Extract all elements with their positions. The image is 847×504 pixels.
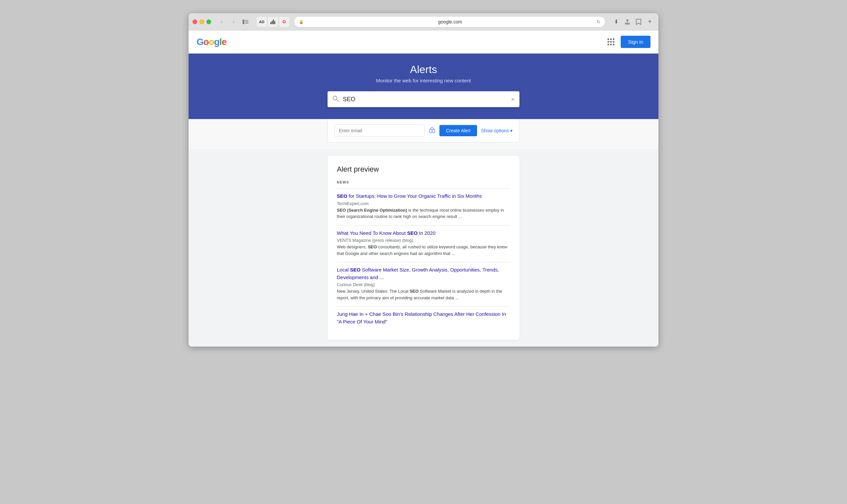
lastpass-extension-icon[interactable]: G xyxy=(279,17,289,27)
news-headline-2[interactable]: What You Need To Know About SEO In 2020 xyxy=(337,230,436,236)
url-text: google.com xyxy=(306,19,594,24)
lock-icon: 🔒 xyxy=(299,19,304,24)
google-topbar: Google xyxy=(189,31,658,54)
apps-grid-icon xyxy=(607,38,614,45)
browser-actions: ⬇ + xyxy=(612,17,654,26)
news-section-label: NEWS xyxy=(337,180,510,184)
divider-3 xyxy=(337,306,510,307)
alerts-subtitle: Monitor the web for interesting new cont… xyxy=(189,78,658,83)
create-alert-button[interactable]: Create Alert xyxy=(439,125,477,136)
alerts-title: Alerts xyxy=(189,64,658,76)
browser-window: ‹ › AD xyxy=(189,13,658,346)
clear-search-button[interactable]: × xyxy=(511,96,515,103)
preview-card: Alert preview NEWS SEO for Startups: How… xyxy=(328,156,519,340)
section-divider xyxy=(337,188,510,188)
svg-point-11 xyxy=(431,130,433,132)
alert-options-area: Create Alert Show options ▾ xyxy=(189,119,658,149)
news-snippet-2: Web designers, SEO consultants, all rush… xyxy=(337,244,510,257)
email-input[interactable] xyxy=(335,124,425,137)
traffic-lights xyxy=(193,19,211,24)
svg-rect-3 xyxy=(245,23,248,23)
news-source-3: Curious Desk (blog) xyxy=(337,282,510,287)
svg-point-8 xyxy=(333,96,337,100)
news-snippet-1: SEO (Search Engine Optimization) is the … xyxy=(337,207,510,220)
logo-letter-e: e xyxy=(222,37,227,47)
news-headline-1[interactable]: SEO for Startups: How to Grow Your Organ… xyxy=(337,193,482,199)
svg-rect-1 xyxy=(245,20,248,21)
extension-icons: AD G xyxy=(257,17,289,27)
svg-rect-2 xyxy=(245,21,248,22)
show-options-label: Show options xyxy=(481,128,509,133)
list-item: What You Need To Know About SEO In 2020 … xyxy=(337,230,510,257)
news-snippet-3: New Jersey, United States: The Local SEO… xyxy=(337,288,510,301)
page-content: Google xyxy=(189,31,658,346)
logo-letter-l: l xyxy=(219,37,222,47)
bookmark-button[interactable] xyxy=(634,17,643,26)
analytics-extension-icon[interactable] xyxy=(268,17,278,27)
logo-letter-o2: o xyxy=(209,37,214,47)
google-apps-button[interactable] xyxy=(605,36,617,48)
preview-title: Alert preview xyxy=(337,165,510,174)
svg-rect-6 xyxy=(273,19,274,24)
news-headline-4[interactable]: Jung Hae In + Chae Soo Bin's Relationshi… xyxy=(337,311,506,324)
google-auth-icon xyxy=(429,127,436,135)
forward-button[interactable]: › xyxy=(229,17,238,26)
show-options-button[interactable]: Show options ▾ xyxy=(481,128,512,133)
alert-options-card: Create Alert Show options ▾ xyxy=(328,119,519,143)
list-item: SEO for Startups: How to Grow Your Organ… xyxy=(337,193,510,220)
share-button[interactable] xyxy=(623,17,632,26)
browser-titlebar: ‹ › AD xyxy=(189,13,658,31)
divider-2 xyxy=(337,262,510,262)
svg-rect-5 xyxy=(272,21,272,24)
svg-rect-0 xyxy=(243,19,245,24)
search-icon xyxy=(332,95,339,104)
list-item: Jung Hae In + Chae Soo Bin's Relationshi… xyxy=(337,310,510,325)
logo-letter-g: G xyxy=(196,37,204,47)
svg-line-9 xyxy=(337,100,339,102)
maximize-window-button[interactable] xyxy=(207,19,211,24)
list-item: Local SEO Software Market Size, Growth A… xyxy=(337,266,510,301)
topbar-right: Sign in xyxy=(605,36,651,48)
search-box: × xyxy=(328,91,519,107)
svg-rect-4 xyxy=(270,22,271,24)
close-window-button[interactable] xyxy=(193,19,197,24)
alerts-banner: Alerts Monitor the web for interesting n… xyxy=(189,54,658,119)
add-tab-button[interactable]: + xyxy=(645,17,654,26)
address-bar[interactable]: 🔒 google.com ↻ xyxy=(294,16,605,28)
adblock-extension-icon[interactable]: AD xyxy=(257,17,267,27)
logo-letter-o1: o xyxy=(204,37,209,47)
svg-rect-7 xyxy=(274,21,275,24)
download-button[interactable]: ⬇ xyxy=(612,17,621,26)
alert-preview-area: Alert preview NEWS SEO for Startups: How… xyxy=(189,149,658,346)
search-box-container: × xyxy=(189,91,658,107)
back-button[interactable]: ‹ xyxy=(217,17,226,26)
search-input[interactable] xyxy=(343,96,511,103)
news-source-1: TechiExpert.com xyxy=(337,201,510,206)
reload-button[interactable]: ↻ xyxy=(597,19,600,24)
sidebar-toggle-button[interactable] xyxy=(241,17,250,26)
signin-button[interactable]: Sign in xyxy=(621,36,651,48)
news-source-2: VENTS Magazine (press release) (blog) xyxy=(337,238,510,243)
chevron-down-icon: ▾ xyxy=(510,128,512,133)
news-headline-3[interactable]: Local SEO Software Market Size, Growth A… xyxy=(337,267,499,280)
divider-1 xyxy=(337,225,510,226)
minimize-window-button[interactable] xyxy=(199,19,204,24)
google-logo: Google xyxy=(196,37,226,47)
logo-letter-g2: g xyxy=(214,37,219,47)
